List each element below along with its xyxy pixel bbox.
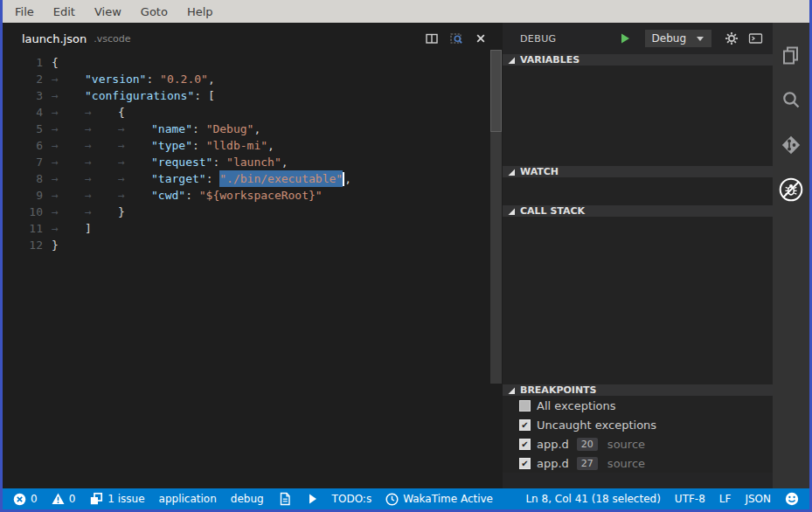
code-line[interactable]: 1{ xyxy=(3,54,503,71)
code-token: "type" xyxy=(151,137,192,154)
code-line[interactable]: 3→"configurations": [ xyxy=(3,87,503,104)
menu-item-file[interactable]: File xyxy=(5,0,44,23)
code-token: "${workspaceRoot}" xyxy=(199,187,323,204)
file-title: launch.json xyxy=(22,32,87,45)
menu-item-help[interactable]: Help xyxy=(177,0,223,23)
section-body-breakpoints: All exceptions✔Uncaught exceptions✔app.d… xyxy=(503,396,773,473)
status-smiley[interactable] xyxy=(785,492,799,506)
section-header-breakpoints[interactable]: BREAKPOINTS xyxy=(503,384,773,396)
whitespace-tab-arrow: → xyxy=(85,121,118,137)
editor-scrollbar[interactable] xyxy=(490,50,502,384)
code-line[interactable]: 5→→→"name": "Debug", xyxy=(3,121,503,137)
line-number: 1 xyxy=(3,54,43,71)
activity-item-git[interactable] xyxy=(773,122,809,167)
file-folder-hint: .vscode xyxy=(94,33,130,45)
status-play[interactable] xyxy=(306,492,318,506)
menu-item-view[interactable]: View xyxy=(85,0,131,23)
checkbox-unchecked[interactable] xyxy=(519,400,531,412)
code-token: [ xyxy=(208,87,215,104)
split-editor-icon[interactable] xyxy=(424,31,440,46)
code-token: : xyxy=(212,154,226,170)
code-editor[interactable]: 1{2→"version": "0.2.0",3→"configurations… xyxy=(3,54,503,253)
line-number: 10 xyxy=(3,204,43,220)
code-line[interactable]: 12} xyxy=(3,237,503,253)
status-application[interactable]: application xyxy=(159,493,217,505)
debug-config-value: Debug xyxy=(652,32,686,45)
start-debug-button[interactable] xyxy=(616,30,634,47)
section-header-variables[interactable]: VARIABLES xyxy=(503,54,773,66)
code-token: "0.2.0" xyxy=(160,71,208,87)
code-line[interactable]: 4→→{ xyxy=(3,104,503,121)
status-debug[interactable]: debug xyxy=(231,493,264,505)
status-json[interactable]: JSON xyxy=(745,493,771,505)
file-icon xyxy=(278,492,292,506)
selected-text: "./bin/executable" xyxy=(219,170,343,187)
activity-item-explorer[interactable] xyxy=(773,33,809,78)
twistie-icon xyxy=(507,56,516,65)
activity-item-debug-active[interactable] xyxy=(773,167,809,211)
status-utf-8[interactable]: UTF-8 xyxy=(675,493,705,505)
checkbox-checked[interactable]: ✔ xyxy=(519,458,531,469)
status-0[interactable]: 0 xyxy=(52,493,76,505)
status-label: 0 xyxy=(31,493,38,505)
close-icon[interactable] xyxy=(473,31,489,46)
open-preview-icon[interactable] xyxy=(448,31,464,46)
code-token: "target" xyxy=(151,170,206,187)
debug-config-dropdown[interactable]: Debug xyxy=(645,30,711,47)
code-token: : xyxy=(192,137,206,154)
code-line[interactable]: 2→"version": "0.2.0", xyxy=(3,71,503,87)
issues-icon xyxy=(89,492,103,506)
clock-icon xyxy=(385,493,399,506)
status-wakatime-active[interactable]: WakaTime Active xyxy=(385,493,493,506)
section-title: CALL STACK xyxy=(520,205,585,217)
configure-gear-button[interactable] xyxy=(723,30,740,47)
status-file[interactable] xyxy=(278,492,292,506)
twistie-icon xyxy=(507,386,516,395)
code-line[interactable]: 6→→→"type": "lldb-mi", xyxy=(3,137,503,154)
whitespace-tab-arrow: → xyxy=(85,154,118,170)
line-content: } xyxy=(52,237,59,253)
whitespace-tab-arrow: → xyxy=(118,121,151,137)
checkbox-checked[interactable]: ✔ xyxy=(519,419,531,431)
breakpoint-row[interactable]: ✔app.d27source xyxy=(503,453,773,473)
breakpoint-row[interactable]: ✔app.d20source xyxy=(503,434,773,453)
line-content: →"version": "0.2.0", xyxy=(52,71,215,87)
whitespace-tab-arrow: → xyxy=(52,220,85,237)
status-lf[interactable]: LF xyxy=(719,493,732,505)
line-number: 8 xyxy=(3,170,43,187)
menu-item-goto[interactable]: Goto xyxy=(131,0,177,23)
section-header-watch[interactable]: WATCH xyxy=(503,166,773,177)
line-content: →→→"request": "launch", xyxy=(52,154,288,170)
status-ln-8-col-41-18-selected[interactable]: Ln 8, Col 41 (18 selected) xyxy=(525,493,660,505)
checkbox-checked[interactable]: ✔ xyxy=(519,439,531,450)
code-token: "launch" xyxy=(226,154,281,170)
status-label: Ln 8, Col 41 (18 selected) xyxy=(525,493,660,505)
code-line[interactable]: 11→] xyxy=(3,220,503,237)
status-0[interactable]: 0 xyxy=(13,493,38,506)
breakpoint-row[interactable]: ✔Uncaught exceptions xyxy=(503,415,773,434)
status-1-issue[interactable]: 1 issue xyxy=(89,492,144,506)
breakpoint-label: app.d xyxy=(537,457,569,470)
code-line[interactable]: 9→→→"cwd": "${workspaceRoot}" xyxy=(3,187,503,204)
line-content: →→→"target": "./bin/executable", xyxy=(52,170,351,187)
code-line[interactable]: 8→→→"target": "./bin/executable", xyxy=(3,170,503,187)
breakpoint-row[interactable]: All exceptions xyxy=(503,396,773,415)
status-label: TODO:s xyxy=(332,493,372,505)
menu-item-edit[interactable]: Edit xyxy=(44,0,85,23)
code-token: , xyxy=(281,154,288,170)
warning-icon xyxy=(52,493,65,505)
code-token: } xyxy=(52,237,59,253)
code-token: : xyxy=(194,87,208,104)
whitespace-tab-arrow: → xyxy=(52,170,85,187)
code-line[interactable]: 7→→→"request": "launch", xyxy=(3,154,503,170)
whitespace-tab-arrow: → xyxy=(118,170,151,187)
debug-console-button[interactable] xyxy=(746,30,764,47)
code-line[interactable]: 10→→} xyxy=(3,204,503,220)
section-header-call-stack[interactable]: CALL STACK xyxy=(503,205,773,217)
line-content: →→} xyxy=(52,204,125,220)
status-todo-s[interactable]: TODO:s xyxy=(332,493,372,505)
section-body-watch xyxy=(503,177,773,205)
activity-item-search[interactable] xyxy=(773,78,809,122)
code-token: { xyxy=(118,104,125,121)
scrollbar-thumb[interactable] xyxy=(490,50,502,132)
